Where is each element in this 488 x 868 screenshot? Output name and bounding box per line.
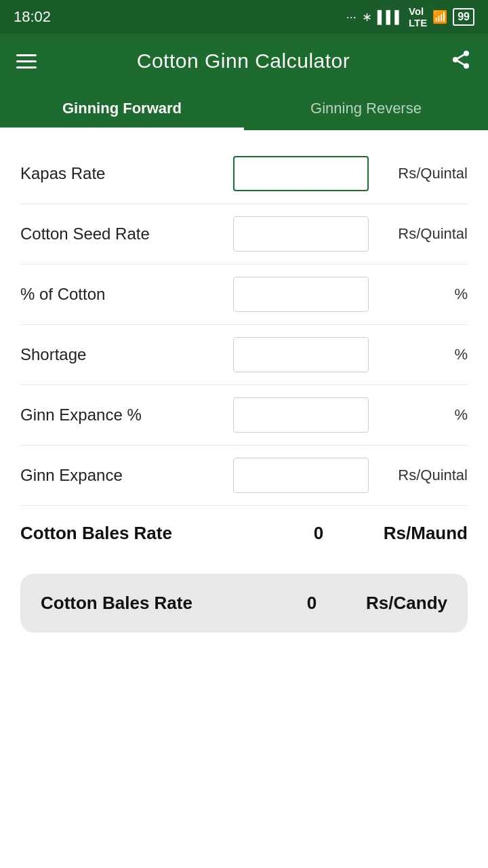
tab-ginning-forward[interactable]: Ginning Forward	[0, 88, 244, 129]
ginn-expance-row: Ginn Expance Rs/Quintal	[20, 446, 468, 506]
svg-point-0	[464, 51, 469, 56]
cotton-bales-rate-candy-unit: Rs/Candy	[339, 593, 447, 614]
cotton-seed-rate-unit: Rs/Quintal	[380, 225, 468, 243]
dots-icon: ···	[346, 10, 357, 24]
lte-icon: VolLTE	[409, 5, 427, 28]
status-bar: 18:02 ··· ∗ ▌▌▌ VolLTE 📶 99	[0, 0, 488, 34]
cotton-bales-rate-candy-value: 0	[285, 593, 339, 614]
bluetooth-icon: ∗	[362, 9, 372, 24]
cotton-bales-rate-maund-unit: Rs/Maund	[346, 523, 468, 544]
cotton-bales-rate-maund-label: Cotton Bales Rate	[20, 523, 291, 544]
ginn-expance-label: Ginn Expance	[20, 466, 233, 485]
shortage-row: Shortage %	[20, 325, 468, 385]
ginn-expance-pct-label: Ginn Expance %	[20, 406, 233, 425]
percent-cotton-input[interactable]	[233, 277, 369, 312]
kapas-rate-row: Kapas Rate Rs/Quintal	[20, 144, 468, 204]
cotton-bales-rate-maund-value: 0	[291, 523, 346, 544]
wifi-icon: 📶	[432, 9, 447, 24]
share-icon	[450, 49, 472, 71]
kapas-rate-input[interactable]	[233, 156, 369, 191]
battery-indicator: 99	[453, 8, 474, 26]
tab-ginning-reverse[interactable]: Ginning Reverse	[244, 88, 488, 129]
percent-cotton-label: % of Cotton	[20, 285, 233, 304]
cotton-seed-rate-row: Cotton Seed Rate Rs/Quintal	[20, 204, 468, 264]
ginn-expance-input[interactable]	[233, 458, 369, 493]
cotton-seed-rate-label: Cotton Seed Rate	[20, 224, 233, 243]
svg-line-3	[458, 61, 464, 64]
signal-icon: ▌▌▌	[378, 10, 403, 24]
tab-bar: Ginning Forward Ginning Reverse	[0, 88, 488, 130]
ginn-expance-pct-input[interactable]	[233, 397, 369, 433]
status-time: 18:02	[14, 8, 51, 26]
cotton-bales-rate-maund-row: Cotton Bales Rate 0 Rs/Maund	[20, 506, 468, 560]
app-title: Cotton Ginn Calculator	[137, 50, 350, 73]
app-bar: Cotton Ginn Calculator	[0, 34, 488, 88]
percent-cotton-row: % of Cotton %	[20, 264, 468, 325]
ginn-expance-unit: Rs/Quintal	[380, 467, 468, 484]
ginn-expance-pct-unit: %	[380, 406, 468, 424]
share-button[interactable]	[450, 49, 472, 73]
svg-point-2	[464, 63, 469, 68]
cotton-bales-rate-candy-card: Cotton Bales Rate 0 Rs/Candy	[20, 574, 468, 633]
status-icons: ··· ∗ ▌▌▌ VolLTE 📶 99	[346, 5, 474, 28]
percent-cotton-unit: %	[380, 285, 468, 303]
svg-line-4	[458, 55, 464, 58]
shortage-unit: %	[380, 346, 468, 363]
cotton-bales-rate-candy-label: Cotton Bales Rate	[41, 593, 285, 614]
shortage-input[interactable]	[233, 337, 369, 372]
kapas-rate-label: Kapas Rate	[20, 164, 233, 183]
svg-point-1	[453, 57, 458, 62]
content-area: Kapas Rate Rs/Quintal Cotton Seed Rate R…	[0, 130, 488, 868]
kapas-rate-unit: Rs/Quintal	[380, 165, 468, 182]
menu-button[interactable]	[16, 54, 37, 68]
ginn-expance-pct-row: Ginn Expance % %	[20, 385, 468, 446]
shortage-label: Shortage	[20, 345, 233, 364]
cotton-seed-rate-input[interactable]	[233, 216, 369, 252]
